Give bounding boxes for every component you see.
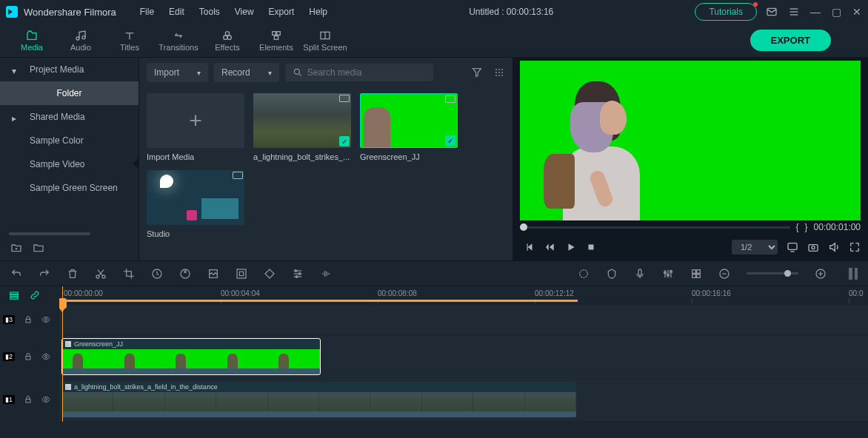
export-button[interactable]: EXPORT	[750, 30, 831, 51]
delete-icon[interactable]	[67, 268, 79, 280]
folder-icon[interactable]	[33, 242, 44, 254]
zoom-in-icon[interactable]	[815, 268, 827, 280]
lock-icon[interactable]	[24, 352, 33, 361]
timeline-body[interactable]: 00:00:00:00 00:00:04:04 00:00:08:08 00:0…	[59, 286, 868, 422]
sidebar-folder[interactable]: Folder	[0, 81, 138, 105]
grid-icon[interactable]	[690, 268, 702, 280]
playhead[interactable]	[62, 286, 63, 422]
scrub-handle[interactable]	[520, 223, 527, 231]
zoom-handle[interactable]	[784, 270, 791, 277]
media-item-greenscreen[interactable]: ✓ Greenscreen_JJ	[360, 93, 458, 161]
sidebar-sample-green[interactable]: Sample Green Screen	[0, 176, 138, 200]
mark-in-icon[interactable]: {	[796, 222, 799, 232]
stop-icon[interactable]	[587, 243, 595, 252]
fit-icon[interactable]	[236, 268, 247, 280]
new-folder-icon[interactable]	[10, 242, 22, 254]
eye-icon[interactable]	[41, 315, 50, 324]
greenscreen-tool-icon[interactable]	[207, 268, 219, 280]
link-icon[interactable]	[30, 290, 40, 300]
lightning-thumbnail[interactable]: ✓	[253, 93, 351, 148]
zoom-slider[interactable]	[747, 272, 798, 274]
svg-rect-46	[638, 269, 641, 275]
svg-rect-52	[692, 274, 696, 277]
menu-icon[interactable]	[788, 6, 800, 18]
lock-icon[interactable]	[24, 395, 33, 404]
mark-out-icon[interactable]: }	[805, 222, 808, 232]
redo-icon[interactable]	[39, 268, 50, 280]
search-box[interactable]	[285, 64, 433, 81]
crop-icon[interactable]	[123, 268, 135, 280]
media-item-lightning[interactable]: ✓ a_lightning_bolt_strikes_...	[253, 93, 351, 161]
speed-icon[interactable]	[151, 268, 163, 280]
display-icon[interactable]	[787, 241, 798, 253]
svg-point-44	[296, 275, 298, 277]
tab-titles[interactable]: Titles	[105, 24, 154, 57]
adjust-icon[interactable]	[292, 268, 304, 280]
menu-export[interactable]: Export	[269, 7, 295, 17]
tab-split-screen[interactable]: Split Screen	[301, 24, 350, 57]
lock-icon[interactable]	[24, 315, 33, 324]
mixer-icon[interactable]	[662, 268, 674, 280]
grid-view-icon[interactable]	[493, 67, 505, 78]
menu-edit[interactable]: Edit	[169, 7, 184, 17]
sidebar-project-media[interactable]: ▾ Project Media	[0, 58, 138, 81]
svg-point-26	[501, 75, 503, 76]
tab-media[interactable]: Media	[7, 24, 56, 57]
split-screen-icon	[319, 30, 331, 41]
keyframe-icon[interactable]	[264, 268, 276, 280]
collapse-indicator-icon[interactable]	[133, 158, 138, 169]
scrub-track[interactable]	[520, 226, 790, 229]
tab-audio[interactable]: Audio	[56, 24, 105, 57]
prev-frame-icon[interactable]	[524, 242, 535, 252]
sidebar-sample-video[interactable]: Sample Video	[0, 152, 138, 176]
clip-greenscreen[interactable]: ▶Greenscreen_JJ	[62, 339, 320, 374]
tracks-icon[interactable]	[9, 290, 19, 300]
mail-icon[interactable]	[766, 6, 778, 18]
tutorials-button[interactable]: Tutorials	[695, 3, 757, 21]
import-dropdown[interactable]: Import	[147, 63, 208, 82]
render-icon[interactable]	[578, 268, 590, 280]
tab-transitions[interactable]: Transitions	[154, 24, 203, 57]
timeline-track-1[interactable]: ▶a_lightning_bolt_strikes_a_field_in_the…	[59, 378, 868, 421]
sidebar-sample-color[interactable]: Sample Color	[0, 129, 138, 152]
media-item-import[interactable]: + Import Media	[147, 93, 244, 161]
color-icon[interactable]	[179, 268, 191, 280]
timeline-track-2[interactable]: ▶Greenscreen_JJ	[59, 335, 868, 378]
minimize-icon[interactable]: —	[810, 6, 821, 18]
preview-viewport[interactable]	[520, 61, 861, 220]
close-icon[interactable]: ✕	[852, 6, 862, 18]
audio-tool-icon[interactable]	[320, 268, 332, 280]
import-thumbnail[interactable]: +	[147, 93, 244, 148]
marker-icon[interactable]	[606, 268, 618, 280]
menu-file[interactable]: File	[140, 7, 154, 17]
search-input[interactable]	[307, 67, 426, 78]
snapshot-icon[interactable]	[807, 241, 819, 253]
studio-thumbnail[interactable]	[147, 170, 244, 225]
media-item-studio[interactable]: Studio	[147, 170, 244, 238]
undo-icon[interactable]	[10, 268, 22, 280]
menu-help[interactable]: Help	[309, 7, 327, 17]
mic-icon[interactable]	[634, 268, 646, 280]
filter-icon[interactable]	[471, 67, 483, 78]
tab-elements[interactable]: Elements	[252, 24, 301, 57]
svg-point-25	[498, 75, 500, 76]
record-dropdown[interactable]: Record	[214, 63, 279, 82]
timeline-track-3[interactable]	[59, 304, 868, 335]
zoom-out-icon[interactable]	[718, 268, 730, 280]
volume-icon[interactable]	[828, 241, 840, 253]
menu-tools[interactable]: Tools	[199, 7, 220, 17]
eye-icon[interactable]	[41, 395, 50, 404]
eye-icon[interactable]	[41, 352, 50, 361]
menu-view[interactable]: View	[235, 7, 254, 17]
fullscreen-icon[interactable]	[849, 241, 861, 253]
zoom-select[interactable]: 1/2	[732, 240, 778, 255]
svg-rect-9	[273, 31, 276, 35]
play-icon[interactable]	[566, 242, 576, 252]
play-backward-icon[interactable]	[545, 242, 555, 252]
greenscreen-thumbnail[interactable]: ✓	[360, 93, 458, 148]
sidebar-shared-media[interactable]: ▸ Shared Media	[0, 105, 138, 129]
clip-lightning[interactable]: ▶a_lightning_bolt_strikes_a_field_in_the…	[62, 382, 576, 417]
cut-icon[interactable]	[95, 268, 107, 280]
tab-effects[interactable]: Effects	[203, 24, 252, 57]
maximize-icon[interactable]: ▢	[831, 6, 841, 18]
